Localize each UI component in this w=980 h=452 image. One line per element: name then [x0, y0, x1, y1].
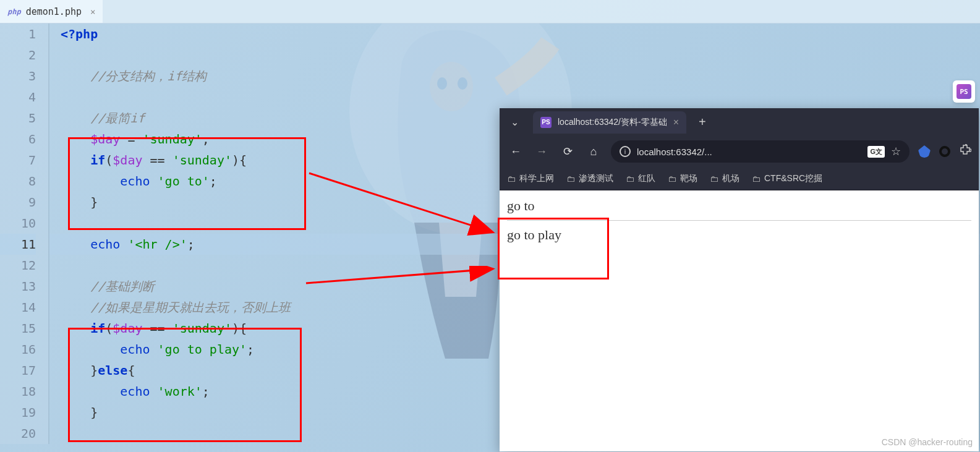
line-number: 10	[0, 213, 36, 234]
bookmark-item[interactable]: 🗀CTF&SRC挖掘	[752, 173, 822, 184]
bookmark-item[interactable]: 🗀科学上网	[507, 173, 554, 184]
bookmark-item[interactable]: 🗀渗透测试	[566, 173, 613, 184]
new-tab-button[interactable]: +	[699, 115, 706, 129]
folder-icon: 🗀	[566, 174, 575, 184]
bookmark-label: CTF&SRC挖掘	[764, 173, 822, 184]
forward-button[interactable]: →	[533, 145, 550, 158]
favicon-icon: PS	[540, 117, 552, 128]
extensions-puzzle-icon[interactable]	[959, 144, 971, 160]
editor-tab-bar: php demon1.php ×	[0, 0, 980, 23]
browser-toolbar: ← → ⟳ ⌂ i localhost:63342/... G文 ☆	[500, 136, 979, 167]
horizontal-rule	[507, 220, 971, 221]
back-button[interactable]: ←	[507, 145, 524, 158]
code-line[interactable]	[49, 45, 980, 66]
code-line[interactable]: //分支结构，if结构	[49, 66, 980, 87]
folder-icon: 🗀	[626, 174, 634, 184]
browser-tab[interactable]: PS localhost:63342/资料-零基础 ×	[533, 111, 686, 134]
line-number: 12	[0, 255, 36, 276]
bookmarks-bar: 🗀科学上网🗀渗透测试🗀红队🗀靶场🗀机场🗀CTF&SRC挖掘	[500, 167, 979, 190]
folder-icon: 🗀	[710, 174, 718, 184]
line-number: 8	[0, 171, 36, 192]
line-number: 1	[0, 23, 36, 45]
line-number: 14	[0, 297, 36, 318]
bookmark-item[interactable]: 🗀靶场	[668, 173, 697, 184]
line-number: 18	[0, 381, 36, 402]
line-number-gutter: 1234567891011121314151617181920	[0, 23, 48, 444]
line-number: 7	[0, 150, 36, 171]
phpstorm-badge[interactable]: PS	[953, 80, 975, 103]
browser-titlebar: ⌄ PS localhost:63342/资料-零基础 × +	[500, 108, 979, 136]
line-number: 17	[0, 360, 36, 381]
tab-filename: demon1.php	[26, 6, 82, 17]
url-text: localhost:63342/...	[637, 147, 712, 157]
close-browser-tab-icon[interactable]: ×	[673, 117, 679, 128]
watermark: CSDN @hacker-routing	[882, 437, 973, 447]
line-number: 20	[0, 423, 36, 444]
translate-icon[interactable]: G文	[867, 146, 885, 158]
site-info-icon[interactable]: i	[620, 146, 631, 157]
home-button[interactable]: ⌂	[585, 145, 602, 158]
line-number: 5	[0, 108, 36, 129]
bookmark-star-icon[interactable]: ☆	[891, 145, 901, 158]
reload-button[interactable]: ⟳	[559, 145, 576, 158]
folder-icon: 🗀	[668, 174, 676, 184]
browser-tab-title: localhost:63342/资料-零基础	[558, 117, 667, 128]
page-content: go to go to play	[500, 190, 979, 250]
output-line-1: go to	[507, 198, 971, 214]
close-tab-icon[interactable]: ×	[90, 7, 95, 17]
line-number: 6	[0, 129, 36, 150]
url-bar[interactable]: i localhost:63342/... G文 ☆	[611, 140, 910, 163]
extension-icon-2[interactable]	[939, 146, 950, 157]
bookmark-label: 机场	[722, 173, 739, 184]
code-line[interactable]	[49, 87, 980, 108]
bookmark-item[interactable]: 🗀机场	[710, 173, 739, 184]
folder-icon: 🗀	[507, 174, 516, 184]
line-number: 19	[0, 402, 36, 423]
php-file-icon: php	[7, 7, 21, 16]
extension-icon-1[interactable]	[918, 145, 931, 158]
line-number: 15	[0, 318, 36, 339]
bookmark-item[interactable]: 🗀红队	[626, 173, 655, 184]
line-number: 11	[0, 234, 36, 255]
line-number: 16	[0, 339, 36, 360]
line-number: 9	[0, 192, 36, 213]
line-number: 4	[0, 87, 36, 108]
bookmark-label: 红队	[638, 173, 655, 184]
line-number: 13	[0, 276, 36, 297]
editor-tab[interactable]: php demon1.php ×	[0, 0, 103, 23]
output-line-2: go to play	[507, 227, 971, 243]
code-line[interactable]: <?php	[49, 23, 980, 45]
bookmark-label: 渗透测试	[579, 173, 613, 184]
tab-search-button[interactable]: ⌄	[506, 114, 523, 131]
browser-window: ⌄ PS localhost:63342/资料-零基础 × + ← → ⟳ ⌂ …	[500, 108, 979, 451]
line-number: 2	[0, 45, 36, 66]
bookmark-label: 科学上网	[519, 173, 554, 184]
folder-icon: 🗀	[752, 174, 761, 184]
line-number: 3	[0, 66, 36, 87]
bookmark-label: 靶场	[680, 173, 697, 184]
